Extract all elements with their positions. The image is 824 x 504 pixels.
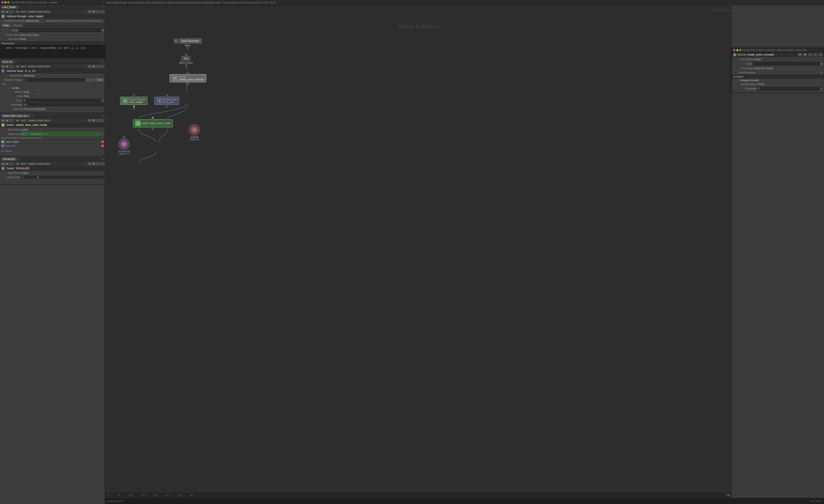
panel2-swap-close-icon[interactable]: ×	[1, 82, 3, 86]
panel2-asset-name-dropdown[interactable]: attribswap	[23, 74, 44, 77]
node-visualize-port-top[interactable]	[123, 136, 125, 138]
right-panel-help-icon[interactable]: ?	[808, 53, 812, 56]
node-normal-port-bottom[interactable]	[187, 83, 189, 85]
p3-up-btn[interactable]: ↑	[9, 119, 13, 122]
panel2-tab[interactable]: N_to_Cd	[1, 60, 14, 64]
p2-back-btn[interactable]: ◀	[1, 65, 5, 68]
right-panel-compute-checkbox[interactable]: ✓	[736, 79, 739, 82]
right-panel-search-icon[interactable]: 🔍	[803, 53, 807, 56]
right-panel-add-normals-dropdown[interactable]: Points	[757, 82, 774, 86]
right-panel-group-type-dropdown[interactable]: Guess from Group	[752, 67, 783, 70]
p2-up-btn[interactable]: ↑	[9, 65, 13, 68]
right-panel-group-input[interactable]	[752, 62, 820, 66]
node-normal-port-top[interactable]	[187, 72, 189, 74]
right-dot-red[interactable]	[733, 49, 735, 51]
toolbar-fwd-btn[interactable]: ▶	[5, 10, 9, 13]
p3-settings-icon[interactable]: ⚙	[88, 119, 91, 122]
panel2-swap-expand-icon[interactable]: ▶	[4, 83, 6, 86]
node-input-geometry-box[interactable]: Input Geometry	[179, 38, 202, 43]
node-switch[interactable]: ⇄ switch_false_color_mode	[133, 117, 173, 130]
panel1-run-over-dropdown[interactable]: Points	[18, 37, 36, 41]
p4-settings-icon[interactable]: ⚙	[88, 162, 91, 165]
panel2-clear-btn[interactable]: Clear	[96, 78, 104, 82]
p4-up-btn[interactable]: ↑	[9, 162, 13, 165]
panel4-asset-name-value[interactable]: output	[21, 171, 38, 174]
panel1-group-type-dropdown[interactable]: Guess from Group	[18, 33, 46, 36]
toolbar-geo1-label[interactable]: geo1	[20, 10, 27, 13]
panel3-float-icon[interactable]: ⧉	[102, 114, 103, 117]
p4-search-icon[interactable]: 🔍	[92, 162, 96, 165]
panel2-source-input[interactable]: N	[23, 99, 101, 102]
toolbar-network-label[interactable]: negative_output_demo	[27, 10, 51, 13]
node-output0-box[interactable]: O	[189, 124, 200, 135]
p4-info-icon[interactable]: i	[100, 162, 104, 165]
toolbar-obj-label[interactable]: obj	[15, 10, 20, 13]
p4-geo1-label[interactable]: geo1	[20, 162, 27, 165]
p4-obj-label[interactable]: obj	[15, 162, 20, 165]
panel4-output-index-handle[interactable]	[37, 176, 38, 178]
right-dot-green[interactable]	[739, 49, 741, 51]
p3-network-label[interactable]: negative_output_demo	[27, 119, 51, 122]
toolbar-back-btn[interactable]: ◀	[1, 10, 5, 13]
node-null-port-top[interactable]	[185, 53, 187, 55]
p3-search-icon[interactable]: 🔍	[92, 119, 96, 122]
dot-green[interactable]	[7, 1, 9, 3]
panel3-input-delete-1[interactable]	[101, 145, 104, 147]
node-wrangle-box[interactable]: W Attribute Wrangle color_height	[120, 97, 147, 105]
p3-geo1-label[interactable]: geo1	[20, 119, 27, 122]
node-normal-box[interactable]: N Normal create_point_normals	[170, 74, 206, 82]
panel4-add-tab[interactable]: +	[18, 157, 19, 161]
panel2-num-swaps-value[interactable]: 1	[24, 78, 85, 82]
panel3-add-tab[interactable]: +	[31, 114, 33, 118]
panel1-close-icon[interactable]: ×	[102, 1, 104, 4]
p2-settings-icon[interactable]: ⚙	[88, 65, 91, 68]
toolbar-info-icon[interactable]: i	[100, 10, 104, 13]
panel2-add-tab[interactable]: +	[15, 60, 16, 64]
panel1-code-tab[interactable]: Code	[1, 23, 11, 27]
node-output-visualize[interactable]: O VISUALIZE Output #-1	[118, 136, 130, 155]
node-switch-port-bottom[interactable]	[152, 128, 154, 130]
node-swap-box[interactable]: S Attribute Swap N_to_Cd	[154, 97, 179, 105]
panel2-method-dropdown[interactable]: Copy	[23, 90, 40, 94]
panel1-float-icon[interactable]: ⧉	[102, 6, 103, 8]
p2-obj-label[interactable]: obj	[15, 65, 20, 68]
panel1-tab-color-height[interactable]: color_height	[1, 5, 18, 9]
node-swap-port-top[interactable]	[166, 94, 168, 96]
p4-network-label[interactable]: negative_output_demo	[27, 162, 51, 165]
node-null-port-bottom[interactable]	[185, 65, 187, 67]
panel1-add-tab[interactable]: +	[18, 5, 20, 9]
node-switch-port-top[interactable]	[152, 117, 154, 119]
node-null[interactable]: Null INPUT_GEO	[179, 53, 193, 67]
panel3-input-delete-0[interactable]	[101, 140, 104, 143]
panel3-asset-name-value[interactable]: switch	[21, 128, 38, 131]
node-wrangle-port-bottom[interactable]	[133, 108, 135, 110]
panel2-minus-btn[interactable]: -	[91, 78, 95, 82]
right-panel-settings-icon[interactable]: ⚙	[798, 53, 802, 56]
node-switch-box[interactable]: ⇄ switch_false_color_mode	[133, 119, 173, 127]
node-null-box[interactable]: Null	[181, 56, 191, 61]
panel2-destination-input[interactable]: Cd	[23, 103, 104, 106]
p3-help-icon[interactable]: ?	[96, 119, 100, 122]
p3-back-btn[interactable]: ◀	[1, 119, 5, 122]
node-normal[interactable]: N Normal create_point_normals	[170, 72, 206, 85]
right-panel-crisp-expand[interactable]: ▶	[821, 87, 823, 90]
panel3-select-input-field[interactable]: ch("../display")-1	[21, 132, 102, 136]
panel2-plus-btn[interactable]: +	[86, 78, 90, 82]
p3-fwd-btn[interactable]: ▶	[5, 119, 9, 122]
p4-help-icon[interactable]: ?	[96, 162, 100, 165]
dot-yellow[interactable]	[4, 1, 6, 3]
panel1-code-area[interactable]: 1 vGCd = hsvtorgb ( set ( relpointbbox (…	[0, 45, 105, 58]
p2-info-icon[interactable]: i	[100, 65, 104, 68]
panel1-bindings-tab[interactable]: Bindings	[11, 23, 24, 27]
p2-network-label[interactable]: negative_output_demo	[27, 65, 51, 68]
node-input-geometry[interactable]: 1 Input Geometry flippy	[174, 38, 202, 49]
dot-red[interactable]	[1, 1, 3, 3]
right-panel-override-expand[interactable]: ▶	[821, 71, 823, 74]
node-wrangle-port-top[interactable]	[133, 94, 135, 96]
panel2-source-arrow[interactable]: ▼	[102, 99, 104, 102]
p2-search-icon[interactable]: 🔍	[92, 65, 96, 68]
panel4-float-icon[interactable]: ⧉	[102, 158, 103, 160]
toolbar-settings-icon[interactable]: ⚙	[88, 10, 91, 13]
panel4-output-index-slider[interactable]: -1	[21, 175, 104, 179]
p3-obj-label[interactable]: obj	[15, 119, 20, 122]
